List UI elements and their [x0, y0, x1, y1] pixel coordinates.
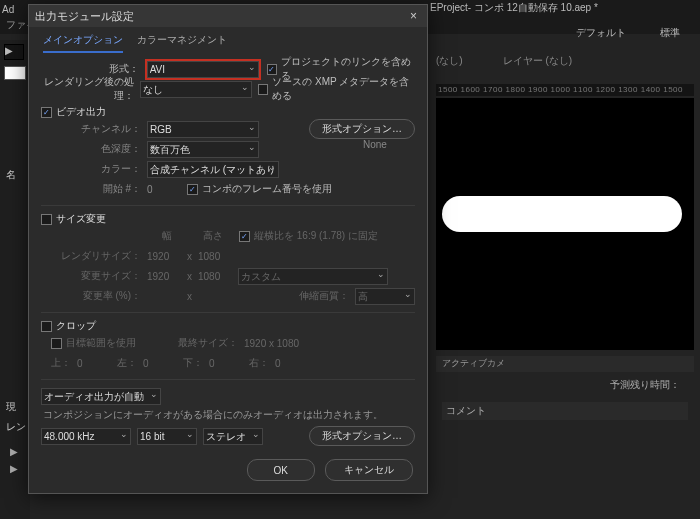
- channel-label: チャンネル：: [51, 122, 141, 136]
- resize-pct-h: [198, 291, 232, 302]
- project-thumbnail: [4, 66, 26, 80]
- format-options-button[interactable]: 形式オプション…: [309, 119, 415, 139]
- format-label: 形式：: [41, 62, 139, 76]
- audio-mode-select[interactable]: ステレオ: [203, 428, 263, 445]
- width-header: 幅: [147, 229, 187, 243]
- crop-bottom-label: 下：: [183, 356, 203, 370]
- checkbox-icon: [267, 64, 278, 75]
- workspace-default[interactable]: デフォルト: [568, 24, 634, 42]
- viewer-tab-layer[interactable]: レイヤー (なし): [503, 54, 572, 68]
- output-module-settings-dialog: 出力モジュール設定 × メインオプション カラーマネジメント 形式： AVI プ…: [28, 4, 428, 494]
- close-icon[interactable]: ×: [406, 9, 421, 23]
- crop-top-label: 上：: [51, 356, 71, 370]
- crop-top: [77, 358, 111, 369]
- depth-label: 色深度：: [51, 142, 141, 156]
- cancel-button[interactable]: キャンセル: [325, 459, 413, 481]
- scaling-quality-label: 伸縮画質：: [299, 289, 349, 303]
- depth-select[interactable]: 数百万色: [147, 141, 259, 158]
- tab-main-options[interactable]: メインオプション: [43, 33, 123, 53]
- resize-height: [198, 271, 232, 282]
- crop-right-label: 右：: [249, 356, 269, 370]
- checkbox-icon: [239, 231, 250, 242]
- crop-left-label: 左：: [117, 356, 137, 370]
- render-label: レン: [6, 420, 26, 434]
- workspace-standard[interactable]: 標準: [652, 24, 688, 42]
- highlight-format: AVI: [145, 59, 261, 80]
- checkbox-icon: [187, 184, 198, 195]
- audio-bit-select[interactable]: 16 bit: [137, 428, 197, 445]
- comment-header: コメント: [442, 402, 688, 420]
- start-number-label: 開始 #：: [51, 182, 141, 196]
- tab-color-management[interactable]: カラーマネジメント: [137, 33, 227, 53]
- video-output-label: ビデオ出力: [56, 105, 106, 119]
- audio-hz-select[interactable]: 48.000 kHz: [41, 428, 131, 445]
- resize-label: サイズ変更: [56, 212, 106, 226]
- render-size-label: レンダリサイズ：: [51, 249, 141, 263]
- tool-arrow-icon[interactable]: ▶: [4, 44, 24, 60]
- dialog-titlebar: 出力モジュール設定 ×: [29, 5, 427, 27]
- height-header: 高さ: [193, 229, 233, 243]
- checkbox-icon: [258, 84, 268, 95]
- codec-none-text: None: [363, 139, 387, 150]
- viewer-tab-none[interactable]: (なし): [436, 54, 463, 68]
- postrender-select[interactable]: なし: [140, 81, 252, 98]
- resize-size-label: 変更サイズ：: [51, 269, 141, 283]
- checkbox-icon: [51, 338, 62, 349]
- format-select[interactable]: AVI: [147, 61, 259, 78]
- bottom-panel: アクティブカメ 予測残り時間： コメント: [436, 356, 694, 509]
- include-xmp-label: ソースの XMP メタデータを含める: [272, 75, 415, 103]
- render-height: [198, 251, 232, 262]
- ok-button[interactable]: OK: [247, 459, 315, 481]
- scaling-quality-select: 高: [355, 288, 415, 305]
- resize-pct-label: 変更率 (%)：: [51, 289, 141, 303]
- render-progress-pill: [442, 196, 682, 232]
- name-column-header: 名: [6, 168, 16, 182]
- lock-aspect-label: 縦横比を 16:9 (1.78) に固定: [254, 229, 378, 243]
- play-icon[interactable]: ▶: [10, 463, 18, 474]
- channel-select[interactable]: RGB: [147, 121, 259, 138]
- final-size-label: 最終サイズ：: [178, 336, 238, 350]
- start-number-input[interactable]: [147, 184, 181, 195]
- predicted-time-label: 予測残り時間：: [442, 378, 688, 392]
- final-size-value: 1920 x 1080: [244, 338, 299, 349]
- video-output-checkbox[interactable]: [41, 107, 52, 118]
- bottom-tab-active-camera[interactable]: アクティブカメ: [442, 357, 505, 371]
- render-width: [147, 251, 181, 262]
- workspace-switcher[interactable]: デフォルト 標準: [568, 24, 688, 42]
- resize-checkbox[interactable]: [41, 214, 52, 225]
- viewer-tabs: (なし) レイヤー (なし): [436, 54, 572, 68]
- crop-label: クロップ: [56, 319, 96, 333]
- use-comp-frame-label: コンポのフレーム番号を使用: [202, 182, 332, 196]
- crop-bottom: [209, 358, 243, 369]
- crop-right: [275, 358, 309, 369]
- dialog-tabs: メインオプション カラーマネジメント: [29, 27, 427, 53]
- crop-left: [143, 358, 177, 369]
- postrender-label: レンダリング後の処理：: [41, 75, 134, 103]
- audio-output-mode-select[interactable]: オーディオ出力が自動: [41, 388, 161, 405]
- timeline-ruler: 1500 1600 1700 1800 1900 1000 1100 1200 …: [436, 84, 694, 96]
- resize-width: [147, 271, 181, 282]
- current-label: 現: [6, 400, 16, 414]
- use-roi-checkbox: 目標範囲を使用: [51, 336, 136, 350]
- resize-preset-select: カスタム: [238, 268, 388, 285]
- timeline-play-icons: ▶ ▶: [10, 446, 18, 474]
- use-comp-frame-checkbox[interactable]: コンポのフレーム番号を使用: [187, 182, 332, 196]
- use-roi-label: 目標範囲を使用: [66, 336, 136, 350]
- audio-format-options-button[interactable]: 形式オプション…: [309, 426, 415, 446]
- color-select[interactable]: 合成チャンネル (マットあり): [147, 161, 279, 178]
- play-icon[interactable]: ▶: [10, 446, 18, 457]
- crop-checkbox[interactable]: [41, 321, 52, 332]
- resize-pct-w: [147, 291, 181, 302]
- dialog-title: 出力モジュール設定: [35, 9, 134, 24]
- window-title: EProject- コンポ 12自動保存 10.aep *: [430, 1, 598, 15]
- audio-note: コンポジションにオーディオがある場合にのみオーディオは出力されます。: [41, 406, 415, 426]
- include-xmp-checkbox[interactable]: ソースの XMP メタデータを含める: [258, 75, 415, 103]
- color-label: カラー：: [51, 162, 141, 176]
- lock-aspect-checkbox: 縦横比を 16:9 (1.78) に固定: [239, 229, 378, 243]
